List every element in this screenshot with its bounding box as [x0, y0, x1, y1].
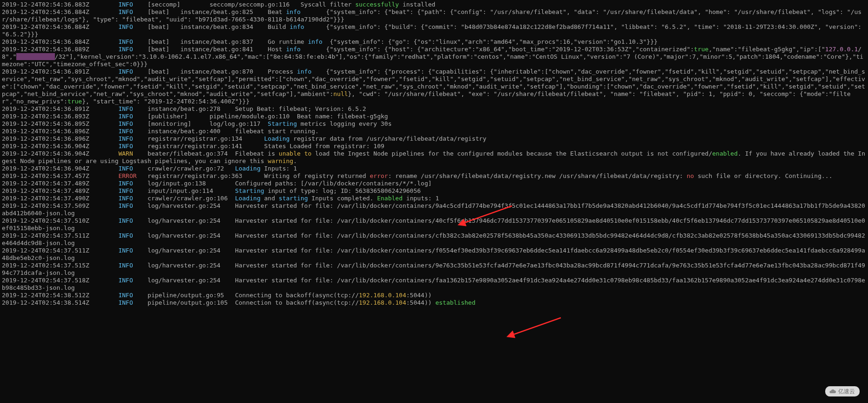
log-red-token: error: [370, 172, 388, 179]
log-line: 2019-12-24T02:54:36.889Z INFO [beat] ins…: [2, 46, 866, 68]
log-level-info: info: [289, 23, 304, 30]
log-text: 2019-12-24T02:54:38.512Z: [2, 292, 118, 299]
log-line: 2019-12-24T02:54:37.489Z INFO input/inpu…: [2, 187, 866, 195]
log-level-warn: WARN: [118, 150, 133, 157]
log-level-info: Loading: [235, 165, 261, 172]
log-text: ,"name":"filebeat-g5gkg","ip":[": [708, 46, 825, 53]
log-text: 2019-12-24T02:54:36.891Z: [2, 105, 118, 112]
cloud-icon: [829, 388, 836, 395]
log-purple-token: 127.0.0.1: [825, 46, 858, 53]
log-green-token: enabled: [712, 150, 738, 157]
log-line: 2019-12-24T02:54:36.893Z INFO [publisher…: [2, 113, 866, 120]
log-level-info: INFO: [118, 105, 133, 112]
log-text: 2019-12-24T02:54:37.490Z: [2, 195, 118, 202]
log-level-info: INFO: [118, 299, 133, 306]
log-text: inputs: 1: [403, 195, 439, 202]
log-text: 2019-12-24T02:54:37.511Z: [2, 232, 118, 239]
log-line: 2019-12-24T02:54:37.490Z INFO crawler/cr…: [2, 195, 866, 202]
log-level-info: INFO: [118, 232, 133, 239]
log-text: registrar/registrar.go:134: [133, 135, 264, 142]
log-line: 2019-12-24T02:54:37.510Z INFO log/harves…: [2, 217, 866, 232]
log-text: 2019-12-24T02:54:36.893Z: [2, 113, 118, 120]
log-line: 2019-12-24T02:54:37.509Z INFO log/harves…: [2, 202, 866, 217]
log-orange-token: null: [333, 90, 348, 97]
log-text: instance/beat.go:400 filebeat start runn…: [133, 128, 319, 135]
log-orange-token: 192.168.0.104: [359, 299, 406, 306]
log-text: log/input.go:138 Configured paths: [/var…: [133, 180, 432, 187]
log-line: 2019-12-24T02:54:36.895Z INFO [monitorin…: [2, 120, 866, 128]
log-line: 2019-12-24T02:54:38.514Z INFO pipeline/o…: [2, 299, 866, 307]
log-text: 2019-12-24T02:54:37.509Z: [2, 202, 118, 209]
log-text: 2019-12-24T02:54:37.518Z: [2, 277, 118, 284]
log-level-info: info: [308, 38, 322, 45]
log-line: 2019-12-24T02:54:37.511Z INFO log/harves…: [2, 247, 866, 262]
log-level-info: INFO: [118, 46, 133, 53]
log-text: 2019-12-24T02:54:36.896Z: [2, 135, 118, 142]
log-text: 2019-12-24T02:54:36.904Z: [2, 165, 118, 172]
log-level-info: INFO: [118, 68, 133, 75]
log-level-info: INFO: [118, 292, 133, 299]
log-level-info: INFO: [118, 1, 133, 8]
log-text: 2019-12-24T02:54:37.457Z: [2, 172, 118, 179]
log-line: 2019-12-24T02:54:36.904Z INFO crawler/cr…: [2, 165, 866, 172]
log-level-info: INFO: [118, 120, 133, 127]
log-text: Inputs: 1: [261, 165, 297, 172]
log-orange-token: unable to: [279, 150, 311, 157]
log-line: 2019-12-24T02:54:36.891Z INFO [beat] ins…: [2, 68, 866, 105]
log-text: {"system_info": {"go": {"os":"linux","ar…: [323, 38, 658, 45]
log-text: :5044)): [406, 299, 436, 306]
watermark-text: 亿速云: [838, 388, 855, 395]
log-text: [beat] instance/beat.go:841 Host: [133, 46, 286, 53]
log-level-info: INFO: [118, 217, 133, 224]
log-level-info: Starting: [235, 187, 264, 194]
log-text: 2019-12-24T02:54:36.896Z: [2, 128, 118, 135]
log-level-info: INFO: [118, 113, 133, 120]
annotation-arrow-2: [510, 317, 565, 342]
log-text: 2019-12-24T02:54:36.889Z: [2, 46, 118, 53]
log-line: 2019-12-24T02:54:36.884Z INFO [beat] ins…: [2, 23, 866, 38]
log-level-info: info: [297, 68, 311, 75]
log-line: 2019-12-24T02:54:37.518Z INFO log/harves…: [2, 277, 866, 292]
log-level-info: INFO: [118, 23, 133, 30]
log-text: pipeline/output.go:95 Connecting to back…: [133, 292, 359, 299]
log-text: instance/beat.go:278 Setup Beat: filebea…: [133, 105, 366, 112]
watermark-badge: 亿速云: [825, 386, 860, 396]
log-line: 2019-12-24T02:54:37.515Z INFO log/harves…: [2, 262, 866, 277]
log-orange-token: 192.168.0.104: [359, 292, 406, 299]
log-text: crawler/crawler.go:72: [133, 165, 235, 172]
log-orange-token: warning: [268, 157, 293, 164]
terminal-log-output[interactable]: 2019-12-24T02:54:36.883Z INFO [seccomp] …: [0, 0, 868, 307]
log-level-info: Starting: [268, 120, 297, 127]
log-level-info: INFO: [118, 180, 133, 187]
log-level-info: info: [286, 46, 301, 53]
log-pink-token: [16, 53, 54, 60]
log-text: [monitoring] log/log.go:117: [133, 120, 268, 127]
log-level-info: INFO: [118, 247, 133, 254]
log-text: [beat] instance/beat.go:825 Beat: [133, 8, 286, 15]
log-text: }, "start_time": "2019-12-24T02:54:36.40…: [82, 98, 249, 105]
log-text: 2019-12-24T02:54:37.511Z: [2, 247, 118, 254]
log-text: beater/filebeat.go:374 Filebeat is: [133, 150, 279, 157]
log-text: 2019-12-24T02:54:36.884Z: [2, 23, 118, 30]
log-line: 2019-12-24T02:54:38.512Z INFO pipeline/o…: [2, 292, 866, 299]
log-text: registrar/registrar.go:363 Writing of re…: [137, 172, 370, 179]
log-line: 2019-12-24T02:54:36.904Z INFO registrar/…: [2, 143, 866, 150]
log-text: registrar/registrar.go:141 States Loaded…: [133, 143, 384, 150]
log-text: [seccomp] seccomp/seccomp.go:116 Syscall…: [133, 1, 355, 8]
log-line: 2019-12-24T02:54:36.883Z INFO [seccomp] …: [2, 1, 866, 8]
log-text: metrics logging every 30s: [297, 120, 392, 127]
log-text: pipeline/output.go:105 Connection to bac…: [133, 299, 359, 306]
log-text: 2019-12-24T02:54:36.904Z: [2, 150, 118, 157]
log-green-token: successfully: [355, 1, 399, 8]
log-text: :5044)): [406, 292, 432, 299]
log-line: 2019-12-24T02:54:37.489Z INFO log/input.…: [2, 180, 866, 187]
log-text: 2019-12-24T02:54:36.891Z: [2, 68, 118, 75]
log-text: 2019-12-24T02:54:36.884Z: [2, 38, 118, 45]
log-level-info: Loading: [264, 135, 290, 142]
log-level-info: info: [286, 8, 301, 15]
log-line: 2019-12-24T02:54:37.457Z ERROR registrar…: [2, 172, 866, 180]
log-text: 2019-12-24T02:54:36.895Z: [2, 120, 118, 127]
log-text: [beat] instance/beat.go:837 Go runtime: [133, 38, 308, 45]
log-level-info: INFO: [118, 202, 133, 209]
log-line: 2019-12-24T02:54:36.884Z INFO [beat] ins…: [2, 38, 866, 46]
